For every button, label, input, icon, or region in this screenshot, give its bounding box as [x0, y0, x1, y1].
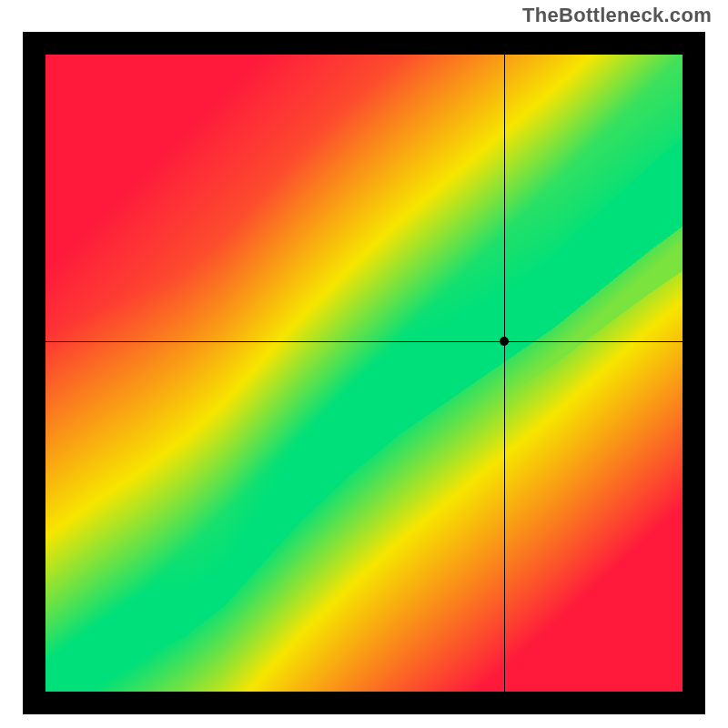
plot-area: [46, 55, 682, 692]
chart-container: TheBottleneck.com: [0, 0, 728, 728]
chart-frame: [23, 32, 705, 714]
heatmap-canvas: [46, 55, 682, 692]
watermark-text: TheBottleneck.com: [522, 4, 712, 27]
